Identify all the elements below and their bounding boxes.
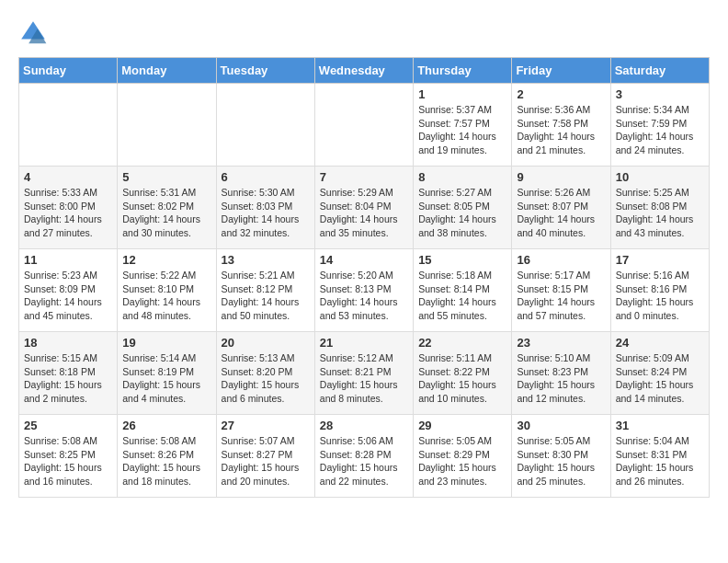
logo-icon [18,18,48,48]
week-row-2: 4Sunrise: 5:33 AM Sunset: 8:00 PM Daylig… [19,167,710,249]
day-info: Sunrise: 5:08 AM Sunset: 8:26 PM Dayligh… [122,434,210,488]
day-info: Sunrise: 5:05 AM Sunset: 8:30 PM Dayligh… [517,434,605,488]
day-cell: 18Sunrise: 5:15 AM Sunset: 8:18 PM Dayli… [19,332,118,415]
day-info: Sunrise: 5:17 AM Sunset: 8:15 PM Dayligh… [517,269,605,323]
header-cell-saturday: Saturday [610,58,709,84]
day-number: 1 [418,87,506,101]
day-cell: 5Sunrise: 5:31 AM Sunset: 8:02 PM Daylig… [118,167,216,249]
day-cell: 28Sunrise: 5:06 AM Sunset: 8:28 PM Dayli… [314,415,413,498]
day-cell: 12Sunrise: 5:22 AM Sunset: 8:10 PM Dayli… [118,249,216,332]
day-number: 27 [222,419,310,432]
day-cell: 21Sunrise: 5:12 AM Sunset: 8:21 PM Dayli… [314,332,413,415]
day-info: Sunrise: 5:05 AM Sunset: 8:29 PM Dayligh… [418,434,506,488]
day-cell: 26Sunrise: 5:08 AM Sunset: 8:26 PM Dayli… [118,415,216,498]
day-number: 19 [122,336,210,350]
day-info: Sunrise: 5:13 AM Sunset: 8:20 PM Dayligh… [222,351,310,406]
day-number: 28 [320,419,408,432]
day-cell: 2Sunrise: 5:36 AM Sunset: 7:58 PM Daylig… [512,84,610,167]
day-cell: 30Sunrise: 5:05 AM Sunset: 8:30 PM Dayli… [512,415,610,498]
header-cell-tuesday: Tuesday [216,58,314,84]
day-number: 23 [517,336,605,350]
calendar-table: SundayMondayTuesdayWednesdayThursdayFrid… [18,57,710,498]
header-cell-sunday: Sunday [19,58,118,84]
day-number: 29 [418,419,506,432]
day-info: Sunrise: 5:21 AM Sunset: 8:12 PM Dayligh… [222,269,310,323]
day-number: 4 [24,170,112,184]
day-cell [19,84,118,167]
day-number: 7 [320,170,408,184]
day-info: Sunrise: 5:11 AM Sunset: 8:22 PM Dayligh… [418,351,506,406]
day-info: Sunrise: 5:18 AM Sunset: 8:14 PM Dayligh… [418,269,506,323]
day-info: Sunrise: 5:27 AM Sunset: 8:05 PM Dayligh… [418,186,506,240]
header-cell-thursday: Thursday [414,58,512,84]
day-cell: 19Sunrise: 5:14 AM Sunset: 8:19 PM Dayli… [118,332,216,415]
day-info: Sunrise: 5:04 AM Sunset: 8:31 PM Dayligh… [616,434,704,488]
day-number: 9 [517,170,605,184]
day-info: Sunrise: 5:12 AM Sunset: 8:21 PM Dayligh… [320,351,408,406]
day-cell: 17Sunrise: 5:16 AM Sunset: 8:16 PM Dayli… [610,249,709,332]
day-cell: 3Sunrise: 5:34 AM Sunset: 7:59 PM Daylig… [610,84,709,167]
day-number: 22 [418,336,506,350]
week-row-3: 11Sunrise: 5:23 AM Sunset: 8:09 PM Dayli… [19,249,710,332]
day-number: 30 [517,419,605,432]
day-number: 8 [418,170,506,184]
day-cell: 13Sunrise: 5:21 AM Sunset: 8:12 PM Dayli… [216,249,314,332]
day-cell: 29Sunrise: 5:05 AM Sunset: 8:29 PM Dayli… [414,415,512,498]
day-cell: 9Sunrise: 5:26 AM Sunset: 8:07 PM Daylig… [512,167,610,249]
day-info: Sunrise: 5:15 AM Sunset: 8:18 PM Dayligh… [24,351,112,406]
day-info: Sunrise: 5:34 AM Sunset: 7:59 PM Dayligh… [616,103,704,157]
day-info: Sunrise: 5:30 AM Sunset: 8:03 PM Dayligh… [222,186,310,240]
header-cell-friday: Friday [512,58,610,84]
day-number: 20 [222,336,310,350]
header-cell-monday: Monday [118,58,216,84]
day-number: 13 [222,253,310,267]
day-number: 25 [24,419,112,432]
day-number: 17 [616,253,704,267]
day-cell: 8Sunrise: 5:27 AM Sunset: 8:05 PM Daylig… [414,167,512,249]
day-cell: 11Sunrise: 5:23 AM Sunset: 8:09 PM Dayli… [19,249,118,332]
day-cell: 25Sunrise: 5:08 AM Sunset: 8:25 PM Dayli… [19,415,118,498]
day-number: 15 [418,253,506,267]
day-info: Sunrise: 5:37 AM Sunset: 7:57 PM Dayligh… [418,103,506,157]
week-row-4: 18Sunrise: 5:15 AM Sunset: 8:18 PM Dayli… [19,332,710,415]
day-number: 6 [222,170,310,184]
day-cell: 15Sunrise: 5:18 AM Sunset: 8:14 PM Dayli… [414,249,512,332]
day-number: 2 [517,87,605,101]
day-cell: 16Sunrise: 5:17 AM Sunset: 8:15 PM Dayli… [512,249,610,332]
day-info: Sunrise: 5:10 AM Sunset: 8:23 PM Dayligh… [517,351,605,406]
day-cell: 4Sunrise: 5:33 AM Sunset: 8:00 PM Daylig… [19,167,118,249]
day-number: 18 [24,336,112,350]
day-info: Sunrise: 5:09 AM Sunset: 8:24 PM Dayligh… [616,351,704,406]
day-info: Sunrise: 5:29 AM Sunset: 8:04 PM Dayligh… [320,186,408,240]
week-row-5: 25Sunrise: 5:08 AM Sunset: 8:25 PM Dayli… [19,415,710,498]
day-cell: 23Sunrise: 5:10 AM Sunset: 8:23 PM Dayli… [512,332,610,415]
day-cell: 22Sunrise: 5:11 AM Sunset: 8:22 PM Dayli… [414,332,512,415]
day-cell: 14Sunrise: 5:20 AM Sunset: 8:13 PM Dayli… [314,249,413,332]
calendar-header: SundayMondayTuesdayWednesdayThursdayFrid… [19,58,710,84]
day-info: Sunrise: 5:20 AM Sunset: 8:13 PM Dayligh… [320,269,408,323]
day-number: 12 [122,253,210,267]
day-info: Sunrise: 5:33 AM Sunset: 8:00 PM Dayligh… [24,186,112,240]
day-cell [216,84,314,167]
day-cell: 6Sunrise: 5:30 AM Sunset: 8:03 PM Daylig… [216,167,314,249]
day-info: Sunrise: 5:06 AM Sunset: 8:28 PM Dayligh… [320,434,408,488]
day-cell [118,84,216,167]
day-cell: 10Sunrise: 5:25 AM Sunset: 8:08 PM Dayli… [610,167,709,249]
day-number: 31 [616,419,704,432]
day-number: 21 [320,336,408,350]
calendar-body: 1Sunrise: 5:37 AM Sunset: 7:57 PM Daylig… [19,84,710,498]
week-row-1: 1Sunrise: 5:37 AM Sunset: 7:57 PM Daylig… [19,84,710,167]
header-row: SundayMondayTuesdayWednesdayThursdayFrid… [19,58,710,84]
day-info: Sunrise: 5:22 AM Sunset: 8:10 PM Dayligh… [122,269,210,323]
day-cell: 27Sunrise: 5:07 AM Sunset: 8:27 PM Dayli… [216,415,314,498]
day-info: Sunrise: 5:08 AM Sunset: 8:25 PM Dayligh… [24,434,112,488]
day-number: 5 [122,170,210,184]
day-cell: 31Sunrise: 5:04 AM Sunset: 8:31 PM Dayli… [610,415,709,498]
day-number: 3 [616,87,704,101]
day-number: 16 [517,253,605,267]
day-info: Sunrise: 5:23 AM Sunset: 8:09 PM Dayligh… [24,269,112,323]
day-cell: 7Sunrise: 5:29 AM Sunset: 8:04 PM Daylig… [314,167,413,249]
day-number: 14 [320,253,408,267]
day-info: Sunrise: 5:25 AM Sunset: 8:08 PM Dayligh… [616,186,704,240]
day-cell: 24Sunrise: 5:09 AM Sunset: 8:24 PM Dayli… [610,332,709,415]
